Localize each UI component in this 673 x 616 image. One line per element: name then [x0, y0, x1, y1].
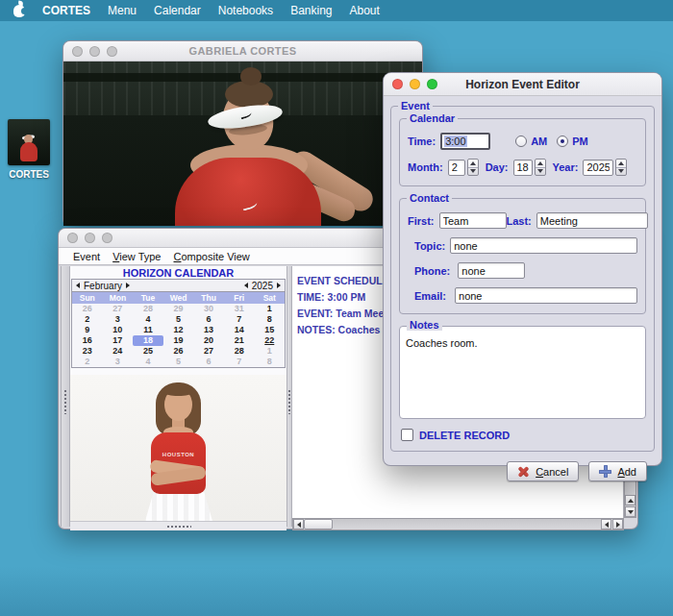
- month-input[interactable]: [448, 160, 465, 176]
- topic-input[interactable]: [450, 237, 637, 254]
- calendar-day[interactable]: 5: [163, 314, 194, 325]
- menubar-app-name[interactable]: CORTES: [42, 4, 90, 17]
- calendar-day[interactable]: 3: [103, 314, 134, 325]
- scrollbar-thumb[interactable]: [304, 519, 333, 530]
- scroll-down-button[interactable]: [625, 506, 636, 517]
- next-month-icon[interactable]: [126, 283, 130, 288]
- calendar-day[interactable]: 26: [163, 346, 194, 357]
- calendar-day[interactable]: 19: [163, 335, 194, 346]
- delete-record-label: DELETE RECORD: [419, 430, 510, 441]
- next-year-icon[interactable]: [277, 283, 281, 288]
- menu-item-event[interactable]: Event: [73, 251, 100, 262]
- calendar-day[interactable]: 31: [224, 304, 255, 314]
- calendar-day[interactable]: 6: [193, 357, 224, 367]
- pm-radio[interactable]: [557, 136, 568, 147]
- close-icon[interactable]: [67, 233, 78, 243]
- year-input[interactable]: [583, 160, 613, 176]
- stepper-down-icon[interactable]: [468, 168, 478, 176]
- prev-month-icon[interactable]: [76, 283, 80, 288]
- calendar-day[interactable]: 26: [72, 304, 103, 314]
- menu-item-view-type[interactable]: View Type: [112, 251, 161, 262]
- scroll-left-button[interactable]: [293, 519, 304, 530]
- calendar-day[interactable]: 28: [224, 346, 255, 357]
- calendar-day[interactable]: 8: [254, 357, 285, 367]
- calendar-day[interactable]: 3: [103, 357, 134, 367]
- calendar-day[interactable]: 5: [163, 357, 194, 367]
- menubar-item-banking[interactable]: Banking: [290, 4, 332, 17]
- menubar-item-about[interactable]: About: [350, 4, 380, 17]
- stepper-up-icon[interactable]: [468, 160, 478, 168]
- calendar-day[interactable]: 14: [224, 325, 255, 335]
- first-name-input[interactable]: [439, 212, 507, 229]
- calendar-day[interactable]: 7: [224, 357, 255, 367]
- menubar-item-notebooks[interactable]: Notebooks: [218, 4, 273, 17]
- calendar-day[interactable]: 17: [103, 335, 134, 346]
- calendar-day-selected[interactable]: 18: [133, 335, 163, 346]
- desktop-icon-cortes[interactable]: CORTES: [7, 119, 51, 180]
- calendar-day[interactable]: 20: [193, 335, 224, 346]
- minimize-icon[interactable]: [85, 233, 95, 243]
- email-input[interactable]: [455, 287, 637, 304]
- menu-item-composite-view[interactable]: Composite View: [174, 251, 250, 262]
- phone-input[interactable]: [458, 262, 525, 279]
- scroll-right-button[interactable]: [612, 519, 623, 530]
- calendar-day[interactable]: 16: [72, 335, 103, 346]
- calendar-day[interactable]: 29: [163, 304, 194, 314]
- delete-record-checkbox[interactable]: [401, 429, 413, 441]
- calendar-day[interactable]: 11: [133, 325, 163, 335]
- desktop-icon-thumbnail[interactable]: [8, 119, 50, 165]
- calendar-day[interactable]: 30: [193, 304, 224, 314]
- menubar-item-calendar[interactable]: Calendar: [154, 4, 201, 17]
- left-panel-resize-bar[interactable]: [70, 521, 287, 530]
- calendar-day[interactable]: 6: [193, 314, 224, 325]
- left-splitter[interactable]: [61, 266, 70, 527]
- last-name-input[interactable]: [536, 212, 648, 229]
- day-stepper[interactable]: [535, 159, 546, 176]
- calendar-day[interactable]: 9: [72, 325, 103, 335]
- calendar-day[interactable]: 2: [72, 314, 103, 325]
- calendar-day[interactable]: 7: [224, 314, 255, 325]
- calendar-day[interactable]: 27: [103, 304, 134, 314]
- menubar-item-menu[interactable]: Menu: [108, 4, 137, 17]
- dialog-titlebar[interactable]: Horizon Event Editor: [384, 73, 661, 96]
- notes-textarea[interactable]: Coaches room.: [403, 336, 642, 415]
- calendar-day[interactable]: 24: [103, 346, 134, 357]
- add-button[interactable]: Add: [588, 461, 647, 481]
- calendar-day[interactable]: 2: [72, 357, 103, 367]
- zoom-icon[interactable]: [102, 233, 112, 243]
- calendar-day[interactable]: 1: [254, 346, 285, 357]
- day-input[interactable]: [513, 160, 533, 176]
- apple-icon[interactable]: [13, 5, 25, 17]
- photo-window-title: GABRIELA CORTES: [63, 45, 422, 57]
- stepper-up-icon[interactable]: [536, 160, 545, 168]
- calendar-day[interactable]: 1: [254, 304, 285, 314]
- calendar-day[interactable]: 4: [133, 357, 163, 367]
- scroll-up-button[interactable]: [625, 495, 636, 505]
- calendar-day[interactable]: 10: [103, 325, 134, 335]
- calendar-day[interactable]: 21: [224, 335, 255, 346]
- stepper-up-icon[interactable]: [616, 160, 626, 168]
- calendar-day[interactable]: 8: [254, 314, 285, 325]
- year-stepper[interactable]: [615, 159, 627, 176]
- month-stepper[interactable]: [467, 159, 479, 176]
- prev-year-icon[interactable]: [244, 283, 248, 288]
- calendar-day[interactable]: 4: [133, 314, 163, 325]
- stepper-down-icon[interactable]: [536, 168, 545, 176]
- calendar-day[interactable]: 22: [254, 335, 285, 346]
- photo-window-titlebar[interactable]: GABRIELA CORTES: [63, 41, 422, 62]
- horizontal-scrollbar[interactable]: [292, 518, 624, 530]
- scroll-left-button[interactable]: [601, 519, 611, 530]
- grip-dots-icon: [287, 389, 291, 414]
- calendar-day[interactable]: 13: [193, 325, 224, 335]
- calendar-day[interactable]: 23: [72, 346, 103, 357]
- weekday-header: Thu: [193, 292, 224, 304]
- am-radio[interactable]: [515, 136, 527, 147]
- calendar-day[interactable]: 28: [133, 304, 163, 314]
- cancel-button[interactable]: Cancel: [507, 461, 579, 481]
- calendar-day[interactable]: 27: [193, 346, 224, 357]
- time-input[interactable]: 3:00: [440, 133, 490, 150]
- calendar-day[interactable]: 25: [133, 346, 163, 357]
- calendar-day[interactable]: 15: [254, 325, 285, 335]
- stepper-down-icon[interactable]: [616, 168, 626, 176]
- calendar-day[interactable]: 12: [163, 325, 194, 335]
